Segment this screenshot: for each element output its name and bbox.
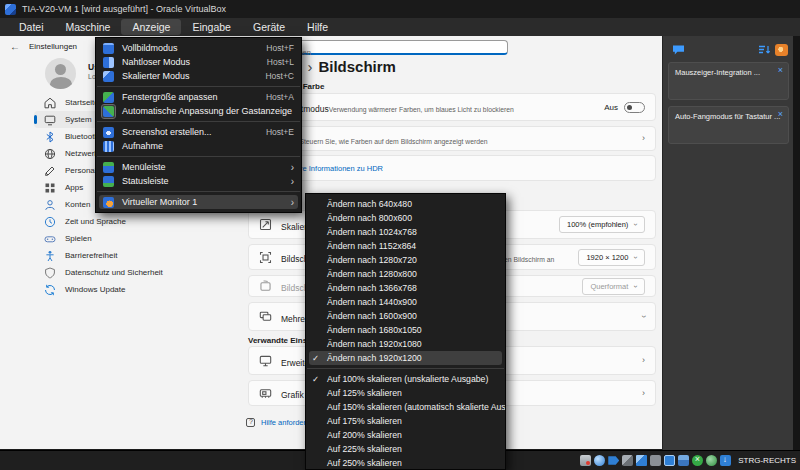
submenu-item--ndern-nach-1024x768[interactable]: Ändern nach 1024x768 — [306, 225, 505, 239]
submenu-item-label: Auf 175% skalieren — [327, 416, 402, 426]
submenu-item-label: Ändern nach 1152x864 — [327, 241, 416, 251]
sidebar-item-label: Startseite — [65, 98, 99, 107]
sidebar-item-windows-update[interactable]: Windows Update — [34, 281, 226, 298]
display-status-icon[interactable] — [664, 455, 675, 466]
toggle-state-label: Aus — [604, 103, 618, 112]
host-key-label: STRG-RECHTS — [738, 456, 796, 465]
get-help-link[interactable]: Hilfe anfordern — [246, 418, 310, 427]
menu-item-fenstergröße-anpassen[interactable]: Fenstergröße anpassenHost+A — [96, 90, 301, 104]
sidebar-item-spielen[interactable]: Spielen — [34, 230, 226, 247]
menu-hilfe[interactable]: Hilfe — [296, 19, 339, 35]
usb-icon[interactable] — [608, 455, 619, 466]
settings-back-button[interactable]: ← Einstellungen — [10, 41, 77, 52]
submenu-item-label: Auf 100% skalieren (unskalierte Ausgabe) — [327, 374, 488, 384]
submenu-item-label: Auf 225% skalieren — [327, 444, 402, 454]
menu-item-menüleiste[interactable]: Menüleiste› — [96, 160, 301, 174]
sidebar-item-datenschutz-und-sicherheit[interactable]: Datenschutz und Sicherheit — [34, 264, 226, 281]
submenu-item--ndern-nach-1152x864[interactable]: Ändern nach 1152x864 — [306, 239, 505, 253]
card-subtitle: Steuern Sie, wie Farben auf dem Bildschi… — [299, 138, 487, 145]
menu-item-vollbildmodus[interactable]: VollbildmodusHost+F — [96, 41, 301, 55]
submenu-item--ndern-nach-1440x900[interactable]: Ändern nach 1440x900 — [306, 295, 505, 309]
notification-center-icon[interactable] — [672, 44, 685, 56]
submenu-item-auf-175%-skalieren[interactable]: Auf 175% skalieren — [306, 414, 505, 428]
menu-item-nahtloser-modus[interactable]: Nahtloser ModusHost+L — [96, 55, 301, 69]
close-notification-icon[interactable]: × — [778, 66, 783, 75]
menu-item-skalierter-modus[interactable]: Skalierter ModusHost+C — [96, 69, 301, 83]
submenu-item--ndern-nach-1366x768[interactable]: Ändern nach 1366x768 — [306, 281, 505, 295]
optical-disc-icon[interactable] — [594, 455, 605, 466]
menu-item-label: Nahtloser Modus — [122, 57, 259, 67]
shared-clipboard-icon[interactable] — [636, 455, 647, 466]
submenu-item-auf-250%-skalieren[interactable]: Auf 250% skalieren — [306, 456, 505, 470]
card-hdr[interactable]: HDRSteuern Sie, wie Farben auf dem Bilds… — [248, 126, 656, 151]
personalization-icon — [44, 165, 56, 177]
shared-folders-icon[interactable] — [678, 455, 689, 466]
user-avatar[interactable] — [45, 58, 76, 89]
submenu-item-label: Ändern nach 1920x1200 — [327, 353, 422, 363]
submenu-item--ndern-nach-640x480[interactable]: Ändern nach 640x480 — [306, 197, 505, 211]
sort-notifications-icon[interactable] — [758, 44, 771, 56]
notification-card: Auto-Fangmodus für Tastatur ...× — [668, 106, 789, 144]
submenu-arrow-icon: › — [291, 197, 294, 208]
sidebar-item-label: System — [65, 115, 92, 124]
dropdown-value: 1920 × 1200 — [586, 253, 628, 262]
mouse-integration-icon[interactable] — [706, 455, 717, 466]
menu-maschine[interactable]: Maschine — [55, 19, 122, 35]
drag-and-drop-icon[interactable] — [650, 455, 661, 466]
close-notification-icon[interactable]: × — [778, 110, 783, 119]
submenu-item-auf-200%-skalieren[interactable]: Auf 200% skalieren — [306, 428, 505, 442]
update-icon — [44, 284, 56, 296]
card-weitere-informationen-zu-hdr[interactable]: Weitere Informationen zu HDR — [248, 155, 656, 181]
menu-item-virtueller-monitor-1[interactable]: Virtueller Monitor 1› — [99, 195, 298, 209]
menu-item-aufnahme[interactable]: Aufnahme — [96, 139, 301, 153]
hdd-icon[interactable] — [580, 455, 591, 466]
card-dropdown[interactable]: 1920 × 1200› — [578, 249, 645, 266]
card-dropdown[interactable]: Querformat› — [582, 278, 645, 295]
submenu-item--ndern-nach-1920x1200[interactable]: ✓Ändern nach 1920x1200 — [309, 351, 502, 365]
multiple-displays-icon — [259, 310, 272, 323]
menu-eingabe[interactable]: Eingabe — [181, 19, 242, 35]
menu-item-label: Aufnahme — [122, 141, 294, 151]
sidebar-item-label: Konten — [65, 200, 90, 209]
vbox-tools-icon[interactable] — [775, 44, 788, 56]
submenu-item-label: Ändern nach 1680x1050 — [327, 325, 422, 335]
keyboard-status-icon[interactable] — [720, 455, 731, 466]
menu-item-shortcut: Host+E — [266, 127, 294, 137]
menu-item-automatische-anpassung-der-gastanzeige[interactable]: Automatische Anpassung der Gastanzeige — [96, 104, 301, 118]
submenu-item-auf-100%-skalieren-unskalierte-ausgabe-[interactable]: ✓Auf 100% skalieren (unskalierte Ausgabe… — [306, 372, 505, 386]
virtualbox-vm-icon — [5, 4, 16, 15]
submenu-item-auf-125%-skalieren[interactable]: Auf 125% skalieren — [306, 386, 505, 400]
features-icon[interactable] — [692, 455, 703, 466]
menu-geräte[interactable]: Geräte — [242, 19, 296, 35]
submenu-separator — [307, 368, 504, 369]
menu-separator — [97, 156, 300, 157]
submenu-item-label: Auf 150% skalieren (automatisch skaliert… — [327, 402, 506, 412]
settings-back-label: Einstellungen — [29, 42, 77, 51]
network-adapters-icon[interactable] — [622, 455, 633, 466]
chevron-down-icon: › — [631, 223, 640, 226]
menu-datei[interactable]: Datei — [8, 19, 55, 35]
menubar-icon — [103, 162, 114, 173]
system-icon — [44, 114, 56, 126]
submenu-item--ndern-nach-1680x1050[interactable]: Ändern nach 1680x1050 — [306, 323, 505, 337]
dropdown-value: 100% (empfohlen) — [567, 220, 628, 229]
menu-item-shortcut: Host+A — [266, 92, 294, 102]
checkmark-icon: ✓ — [312, 374, 327, 384]
night-light-toggle[interactable] — [624, 102, 645, 113]
menu-item-statusleiste[interactable]: Statusleiste› — [96, 174, 301, 188]
virtualbox-vm-window: TIA-V20-VM 1 [wird ausgeführt] - Oracle … — [0, 0, 800, 470]
submenu-item--ndern-nach-1280x720[interactable]: Ändern nach 1280x720 — [306, 253, 505, 267]
menu-separator — [97, 121, 300, 122]
menu-item-screenshot-erstellen-[interactable]: Screenshot erstellen...Host+E — [96, 125, 301, 139]
card-dropdown[interactable]: 100% (empfohlen)› — [559, 216, 645, 233]
menu-anzeige[interactable]: Anzeige — [121, 19, 181, 35]
submenu-item-auf-150%-skalieren-automatisch-skalierte-ausgabe-[interactable]: Auf 150% skalieren (automatisch skaliert… — [306, 400, 505, 414]
submenu-item--ndern-nach-1600x900[interactable]: Ändern nach 1600x900 — [306, 309, 505, 323]
submenu-item--ndern-nach-1920x1080[interactable]: Ändern nach 1920x1080 — [306, 337, 505, 351]
sidebar-item-zeit-und-sprache[interactable]: Zeit und Sprache — [34, 213, 226, 230]
submenu-item--ndern-nach-800x600[interactable]: Ändern nach 800x600 — [306, 211, 505, 225]
card-nachtmodus[interactable]: NachtmodusVerwendung wärmerer Farben, um… — [248, 93, 656, 121]
submenu-item--ndern-nach-1280x800[interactable]: Ändern nach 1280x800 — [306, 267, 505, 281]
submenu-item-auf-225%-skalieren[interactable]: Auf 225% skalieren — [306, 442, 505, 456]
sidebar-item-barrierefreiheit[interactable]: Barrierefreiheit — [34, 247, 226, 264]
